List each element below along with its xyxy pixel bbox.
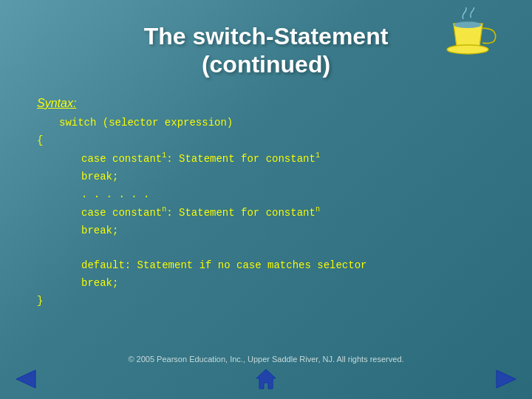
footer-text: © 2005 Pearson Education, Inc., Upper Sa… [15, 355, 517, 364]
next-button[interactable] [495, 369, 517, 392]
code-line-6: case constantn: Statement for constantn [37, 203, 502, 222]
svg-point-0 [447, 45, 488, 54]
code-line-7: break; [37, 222, 502, 240]
svg-point-1 [454, 21, 482, 28]
slide-title: The switch-Statement (continued) [30, 22, 502, 79]
coffee-cup-icon [443, 7, 502, 59]
home-button[interactable] [255, 368, 277, 393]
svg-marker-4 [497, 370, 516, 388]
code-line-5: . . . . . . [37, 186, 502, 204]
syntax-label: Syntax: [37, 97, 502, 110]
code-line-1: switch (selector expression) [37, 115, 502, 132]
svg-marker-2 [16, 370, 35, 388]
code-line-2: { [37, 132, 502, 150]
code-line-9: default: Statement if no case matches se… [37, 257, 502, 275]
code-block: switch (selector expression) { case cons… [37, 115, 502, 310]
prev-button[interactable] [15, 369, 37, 392]
code-line-3: case constant1: Statement for constant1 [37, 149, 502, 168]
title-area: The switch-Statement (continued) [30, 15, 502, 79]
code-line-11: } [37, 293, 502, 310]
svg-marker-3 [256, 369, 276, 389]
slide: The switch-Statement (continued) Syntax:… [0, 0, 532, 399]
code-line-4: break; [37, 168, 502, 186]
code-line-10: break; [37, 275, 502, 293]
content-area: Syntax: switch (selector expression) { c… [30, 97, 502, 369]
